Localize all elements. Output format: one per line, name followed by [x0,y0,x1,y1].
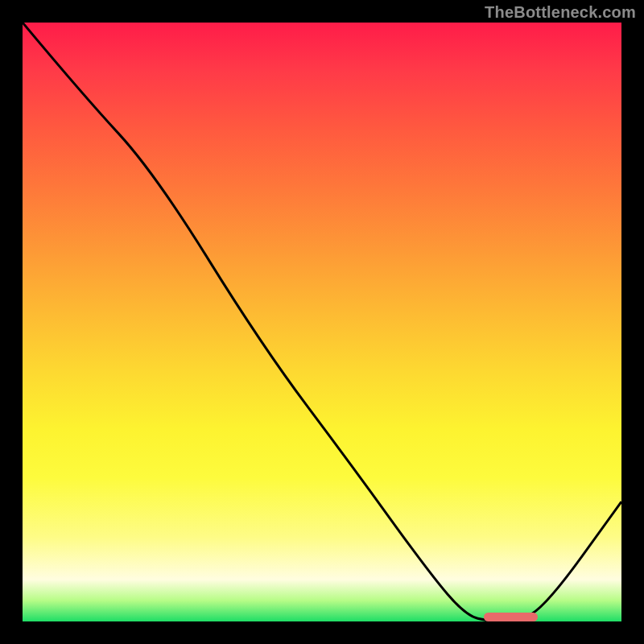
bottleneck-curve [23,23,621,621]
chart-container: TheBottleneck.com [0,0,644,644]
chart-svg [23,23,621,621]
watermark-text: TheBottleneck.com [485,3,636,22]
optimal-range-marker [484,613,538,621]
